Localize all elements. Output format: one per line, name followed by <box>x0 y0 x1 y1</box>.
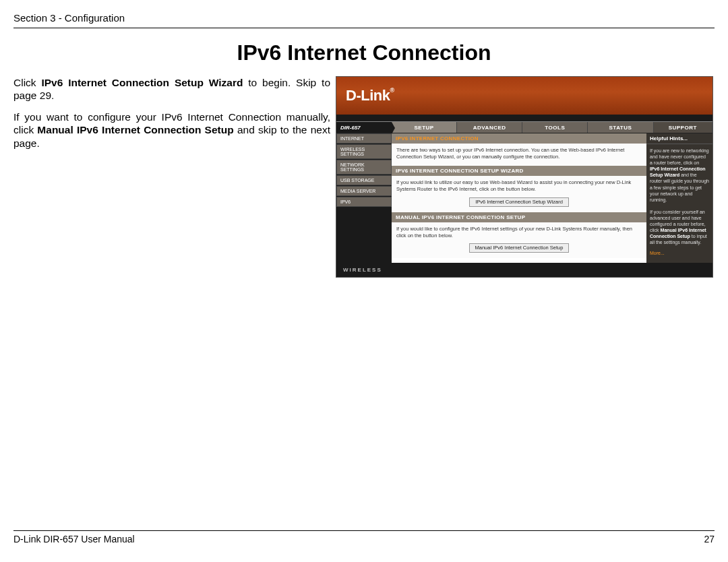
tab-setup[interactable]: SETUP <box>392 122 457 133</box>
sidebar-usb[interactable]: USB STORAGE <box>336 175 392 185</box>
panel2-text: If you would link to utilize our easy to… <box>396 179 631 192</box>
panel3-body: If you would like to configure the IPv6 … <box>392 222 646 258</box>
panel2-title: IPV6 INTERNET CONNECTION SETUP WIZARD <box>392 166 646 176</box>
sidebar-internet[interactable]: INTERNET <box>336 133 392 144</box>
tab-status[interactable]: STATUS <box>588 122 653 133</box>
p2b: Manual IPv6 Internet Connection Setup <box>37 124 233 135</box>
section-header: Section 3 - Configuration <box>13 12 715 28</box>
panel1-title: IPV6 INTERNET CONNECTION <box>392 133 646 144</box>
hints-title: Helpful Hints... <box>646 133 712 144</box>
sidebar-network[interactable]: NETWORK SETTINGS <box>336 160 392 175</box>
router-brand-bar: D-Link® <box>336 77 712 115</box>
sidebar-wireless[interactable]: WIRELESS SETTINGS <box>336 144 392 159</box>
hints-t1: If you are new to networking and have ne… <box>650 148 709 165</box>
panel2-body: If you would link to utilize our easy to… <box>392 176 646 212</box>
router-model: DIR-657 <box>336 122 392 133</box>
content-row: Click IPv6 Internet Connection Setup Wiz… <box>13 76 715 278</box>
p1a: Click <box>13 77 41 88</box>
router-screenshot: D-Link® DIR-657 SETUP ADVANCED TOOLS STA… <box>336 76 713 278</box>
p1b: IPv6 Internet Connection Setup Wizard <box>41 77 243 88</box>
sidebar-ipv6[interactable]: IPV6 <box>336 197 392 207</box>
hints-b1: IPv6 Internet Connection Setup Wizard <box>650 166 705 177</box>
hints-more-link[interactable]: More... <box>650 250 709 256</box>
footer-pageno: 27 <box>704 534 715 544</box>
dlink-logo: D-Link® <box>346 87 394 104</box>
footer-manual: D-Link DIR-657 User Manual <box>13 534 135 544</box>
page-footer: D-Link DIR-657 User Manual 27 <box>13 530 715 544</box>
panel1-body: There are two ways to set up your IPv6 I… <box>392 144 646 166</box>
tab-advanced[interactable]: ADVANCED <box>457 122 522 133</box>
router-main: IPV6 INTERNET CONNECTION There are two w… <box>392 133 646 263</box>
router-sidebar: INTERNET WIRELESS SETTINGS NETWORK SETTI… <box>336 133 392 263</box>
router-footer: WIRELESS <box>336 263 712 277</box>
wizard-button[interactable]: IPv6 Internet Connection Setup Wizard <box>469 197 569 207</box>
router-nav: DIR-657 SETUP ADVANCED TOOLS STATUS SUPP… <box>336 121 712 133</box>
page-title: IPv6 Internet Connection <box>13 40 715 65</box>
manual-button[interactable]: Manual IPv6 Internet Connection Setup <box>469 243 570 253</box>
panel3-title: MANUAL IPV6 INTERNET CONNECTION SETUP <box>392 212 646 222</box>
instruction-text: Click IPv6 Internet Connection Setup Wiz… <box>13 76 336 158</box>
router-hints: Helpful Hints... If you are new to netwo… <box>646 133 712 263</box>
sidebar-media[interactable]: MEDIA SERVER <box>336 186 392 196</box>
tab-support[interactable]: SUPPORT <box>654 122 713 133</box>
panel3-text: If you would like to configure the IPv6 … <box>396 226 632 239</box>
tab-tools[interactable]: TOOLS <box>522 122 588 133</box>
router-topbar <box>336 115 712 121</box>
